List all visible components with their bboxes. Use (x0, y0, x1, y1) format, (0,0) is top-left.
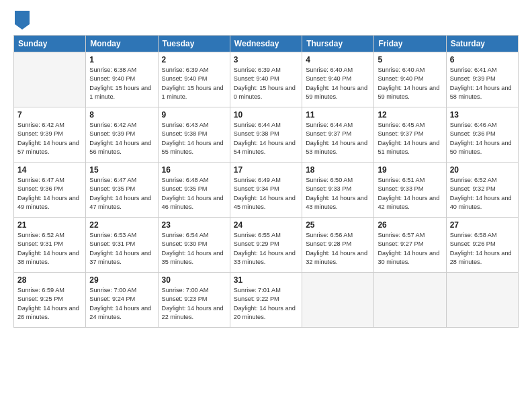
calendar-cell (14, 52, 86, 107)
calendar-cell: 11Sunrise: 6:44 AMSunset: 9:37 PMDayligh… (302, 107, 374, 163)
header (13, 11, 519, 30)
calendar-header-row: SundayMondayTuesdayWednesdayThursdayFrid… (14, 36, 519, 52)
day-info: Sunrise: 6:38 AMSunset: 9:40 PMDaylight:… (89, 66, 154, 101)
calendar-cell: 6Sunrise: 6:41 AMSunset: 9:39 PMDaylight… (446, 52, 518, 107)
day-number: 26 (378, 220, 442, 230)
day-info: Sunrise: 6:42 AMSunset: 9:39 PMDaylight:… (89, 121, 154, 156)
day-number: 18 (306, 165, 370, 175)
calendar-cell: 9Sunrise: 6:43 AMSunset: 9:38 PMDaylight… (158, 107, 230, 163)
day-info: Sunrise: 6:53 AMSunset: 9:31 PMDaylight:… (89, 231, 154, 267)
calendar-cell: 14Sunrise: 6:47 AMSunset: 9:36 PMDayligh… (14, 163, 86, 218)
day-number: 7 (17, 110, 82, 120)
day-info: Sunrise: 6:42 AMSunset: 9:39 PMDaylight:… (17, 121, 82, 156)
logo-icon (15, 11, 30, 30)
calendar-cell: 23Sunrise: 6:54 AMSunset: 9:30 PMDayligh… (158, 218, 230, 273)
day-number: 2 (162, 55, 226, 64)
day-number: 21 (17, 220, 82, 230)
day-info: Sunrise: 6:58 AMSunset: 9:26 PMDaylight:… (450, 231, 515, 267)
day-info: Sunrise: 6:40 AMSunset: 9:40 PMDaylight:… (306, 66, 370, 101)
day-info: Sunrise: 6:39 AMSunset: 9:40 PMDaylight:… (162, 66, 226, 101)
calendar-week-2: 7Sunrise: 6:42 AMSunset: 9:39 PMDaylight… (14, 107, 519, 163)
day-info: Sunrise: 6:41 AMSunset: 9:39 PMDaylight:… (450, 66, 515, 101)
calendar-cell: 16Sunrise: 6:48 AMSunset: 9:35 PMDayligh… (158, 163, 230, 218)
day-info: Sunrise: 6:47 AMSunset: 9:36 PMDaylight:… (17, 176, 82, 212)
day-info: Sunrise: 6:43 AMSunset: 9:38 PMDaylight:… (162, 121, 226, 156)
day-info: Sunrise: 6:59 AMSunset: 9:25 PMDaylight:… (17, 286, 82, 322)
day-number: 31 (234, 275, 298, 285)
day-number: 27 (450, 220, 515, 230)
calendar-cell: 28Sunrise: 6:59 AMSunset: 9:25 PMDayligh… (14, 273, 86, 328)
calendar-cell: 30Sunrise: 7:00 AMSunset: 9:23 PMDayligh… (158, 273, 230, 328)
calendar-cell: 2Sunrise: 6:39 AMSunset: 9:40 PMDaylight… (158, 52, 230, 107)
calendar-cell: 12Sunrise: 6:45 AMSunset: 9:37 PMDayligh… (374, 107, 446, 163)
calendar-cell: 29Sunrise: 7:00 AMSunset: 9:24 PMDayligh… (86, 273, 158, 328)
calendar-cell: 18Sunrise: 6:50 AMSunset: 9:33 PMDayligh… (302, 163, 374, 218)
calendar-cell (446, 273, 518, 328)
calendar-header-saturday: Saturday (446, 36, 518, 52)
day-info: Sunrise: 6:51 AMSunset: 9:33 PMDaylight:… (378, 176, 442, 212)
calendar-cell: 31Sunrise: 7:01 AMSunset: 9:22 PMDayligh… (230, 273, 302, 328)
day-number: 23 (162, 220, 226, 230)
calendar-cell: 21Sunrise: 6:52 AMSunset: 9:31 PMDayligh… (14, 218, 86, 273)
calendar-cell (302, 273, 374, 328)
day-number: 16 (162, 165, 226, 175)
calendar-cell: 8Sunrise: 6:42 AMSunset: 9:39 PMDaylight… (86, 107, 158, 163)
calendar-cell: 22Sunrise: 6:53 AMSunset: 9:31 PMDayligh… (86, 218, 158, 273)
day-info: Sunrise: 6:52 AMSunset: 9:32 PMDaylight:… (450, 176, 515, 212)
calendar-week-1: 1Sunrise: 6:38 AMSunset: 9:40 PMDaylight… (14, 52, 519, 107)
day-info: Sunrise: 6:39 AMSunset: 9:40 PMDaylight:… (234, 66, 298, 101)
day-number: 13 (450, 110, 515, 120)
page: SundayMondayTuesdayWednesdayThursdayFrid… (0, 0, 532, 411)
day-info: Sunrise: 6:46 AMSunset: 9:36 PMDaylight:… (450, 121, 515, 156)
calendar-header-friday: Friday (374, 36, 446, 52)
calendar-cell: 24Sunrise: 6:55 AMSunset: 9:29 PMDayligh… (230, 218, 302, 273)
calendar-header-thursday: Thursday (302, 36, 374, 52)
logo (13, 11, 30, 30)
day-number: 5 (378, 55, 442, 64)
day-number: 22 (89, 220, 154, 230)
day-info: Sunrise: 6:54 AMSunset: 9:30 PMDaylight:… (162, 231, 226, 267)
calendar-cell: 25Sunrise: 6:56 AMSunset: 9:28 PMDayligh… (302, 218, 374, 273)
day-info: Sunrise: 6:47 AMSunset: 9:35 PMDaylight:… (89, 176, 154, 212)
calendar-cell: 19Sunrise: 6:51 AMSunset: 9:33 PMDayligh… (374, 163, 446, 218)
day-number: 20 (450, 165, 515, 175)
day-info: Sunrise: 7:01 AMSunset: 9:22 PMDaylight:… (234, 286, 298, 322)
day-info: Sunrise: 6:48 AMSunset: 9:35 PMDaylight:… (162, 176, 226, 212)
calendar-cell: 7Sunrise: 6:42 AMSunset: 9:39 PMDaylight… (14, 107, 86, 163)
calendar-cell: 4Sunrise: 6:40 AMSunset: 9:40 PMDaylight… (302, 52, 374, 107)
day-number: 28 (17, 275, 82, 285)
calendar-cell: 3Sunrise: 6:39 AMSunset: 9:40 PMDaylight… (230, 52, 302, 107)
calendar-cell (374, 273, 446, 328)
day-number: 25 (306, 220, 370, 230)
day-info: Sunrise: 7:00 AMSunset: 9:23 PMDaylight:… (162, 286, 226, 322)
day-number: 10 (234, 110, 298, 120)
day-info: Sunrise: 6:45 AMSunset: 9:37 PMDaylight:… (378, 121, 442, 156)
calendar-cell: 26Sunrise: 6:57 AMSunset: 9:27 PMDayligh… (374, 218, 446, 273)
day-info: Sunrise: 7:00 AMSunset: 9:24 PMDaylight:… (89, 286, 154, 322)
day-number: 1 (89, 55, 154, 64)
calendar-week-4: 21Sunrise: 6:52 AMSunset: 9:31 PMDayligh… (14, 218, 519, 273)
day-number: 9 (162, 110, 226, 120)
day-number: 11 (306, 110, 370, 120)
calendar-cell: 1Sunrise: 6:38 AMSunset: 9:40 PMDaylight… (86, 52, 158, 107)
day-number: 3 (234, 55, 298, 64)
calendar-header-tuesday: Tuesday (158, 36, 230, 52)
calendar-cell: 13Sunrise: 6:46 AMSunset: 9:36 PMDayligh… (446, 107, 518, 163)
calendar-week-3: 14Sunrise: 6:47 AMSunset: 9:36 PMDayligh… (14, 163, 519, 218)
day-info: Sunrise: 6:50 AMSunset: 9:33 PMDaylight:… (306, 176, 370, 212)
day-info: Sunrise: 6:52 AMSunset: 9:31 PMDaylight:… (17, 231, 82, 267)
calendar-table: SundayMondayTuesdayWednesdayThursdayFrid… (13, 35, 519, 328)
calendar-cell: 15Sunrise: 6:47 AMSunset: 9:35 PMDayligh… (86, 163, 158, 218)
day-number: 12 (378, 110, 442, 120)
day-info: Sunrise: 6:44 AMSunset: 9:37 PMDaylight:… (306, 121, 370, 156)
day-number: 17 (234, 165, 298, 175)
calendar-header-wednesday: Wednesday (230, 36, 302, 52)
day-info: Sunrise: 6:57 AMSunset: 9:27 PMDaylight:… (378, 231, 442, 267)
day-number: 15 (89, 165, 154, 175)
day-number: 24 (234, 220, 298, 230)
calendar-cell: 20Sunrise: 6:52 AMSunset: 9:32 PMDayligh… (446, 163, 518, 218)
day-number: 8 (89, 110, 154, 120)
day-number: 4 (306, 55, 370, 64)
calendar-cell: 5Sunrise: 6:40 AMSunset: 9:40 PMDaylight… (374, 52, 446, 107)
day-number: 19 (378, 165, 442, 175)
